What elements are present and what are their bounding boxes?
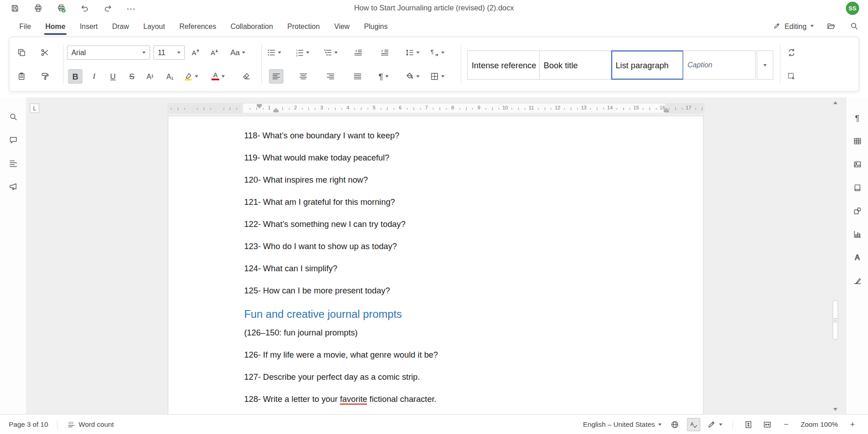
font-size-select[interactable]: 11 bbox=[153, 45, 185, 60]
paste-button[interactable] bbox=[14, 69, 29, 84]
increase-indent-button[interactable] bbox=[377, 45, 392, 60]
decrease-font-size-button[interactable]: A bbox=[207, 45, 222, 60]
chart-settings-button[interactable] bbox=[850, 227, 864, 241]
menu-tab-layout[interactable]: Layout bbox=[136, 18, 172, 35]
numbering-dropdown[interactable]: 123 bbox=[293, 45, 312, 60]
document-paragraph[interactable]: (126–150: fun journal prompts) bbox=[244, 328, 664, 338]
select-all-button[interactable] bbox=[784, 69, 799, 84]
document-page[interactable]: 118- What’s one boundary I want to keep?… bbox=[168, 116, 703, 414]
increase-font-size-button[interactable]: A bbox=[188, 45, 203, 60]
zoom-in-button[interactable]: + bbox=[846, 418, 859, 431]
text-direction-dropdown[interactable]: ¶ bbox=[428, 45, 447, 60]
feedback-button[interactable] bbox=[6, 179, 20, 194]
find-button[interactable] bbox=[6, 109, 20, 124]
save-button[interactable] bbox=[9, 2, 21, 14]
document-paragraph[interactable]: 123- Who do I want to show up as today? bbox=[244, 241, 664, 252]
table-settings-button[interactable] bbox=[850, 134, 864, 148]
align-justify-button[interactable] bbox=[350, 69, 365, 84]
shape-settings-button[interactable] bbox=[850, 204, 864, 218]
document-paragraph[interactable]: 122- What’s something new I can try toda… bbox=[244, 219, 664, 230]
set-document-language-button[interactable] bbox=[668, 418, 681, 431]
document-paragraph[interactable]: 124- What can I simplify? bbox=[244, 264, 664, 274]
vertical-scrollbar[interactable] bbox=[831, 99, 839, 413]
menu-tab-view[interactable]: View bbox=[327, 18, 357, 35]
spell-checking-toggle[interactable]: A bbox=[687, 418, 700, 431]
quick-print-button[interactable] bbox=[55, 2, 67, 14]
word-count-button[interactable]: 123 Word count bbox=[66, 418, 115, 431]
superscript-button[interactable]: A¹ bbox=[143, 69, 157, 84]
undo-button[interactable] bbox=[79, 2, 91, 14]
replace-button[interactable] bbox=[784, 45, 799, 60]
zoom-level[interactable]: Zoom 100% bbox=[798, 420, 840, 428]
style-caption[interactable]: Caption bbox=[683, 50, 755, 80]
document-paragraph[interactable]: 118- What’s one boundary I want to keep? bbox=[244, 131, 664, 141]
scroll-down-button[interactable] bbox=[831, 405, 839, 413]
comments-button[interactable] bbox=[6, 133, 20, 147]
font-name-select[interactable]: Arial bbox=[67, 45, 150, 60]
customize-quick-access-button[interactable]: ⋯ bbox=[125, 2, 137, 14]
copy-button[interactable] bbox=[14, 45, 29, 60]
copy-style-button[interactable] bbox=[38, 69, 52, 84]
align-center-button[interactable] bbox=[296, 69, 311, 84]
line-spacing-dropdown[interactable] bbox=[403, 45, 422, 60]
menu-tab-references[interactable]: References bbox=[172, 18, 223, 35]
paragraph-settings-button[interactable]: ¶ bbox=[850, 111, 864, 125]
style-list-paragraph[interactable]: List paragraph bbox=[611, 50, 684, 80]
document-heading[interactable]: Fun and creative journal prompts bbox=[244, 308, 664, 321]
style-intense-reference[interactable]: Intense reference bbox=[467, 50, 539, 80]
menu-tab-home[interactable]: Home bbox=[38, 18, 72, 35]
clear-style-button[interactable] bbox=[239, 69, 254, 84]
style-book-title[interactable]: Book title bbox=[539, 50, 612, 80]
align-left-button[interactable] bbox=[269, 69, 283, 84]
fit-to-width-button[interactable] bbox=[760, 418, 774, 431]
document-paragraph[interactable]: 128- Write a letter to your favorite fic… bbox=[244, 394, 664, 405]
header-footer-settings-button[interactable] bbox=[850, 180, 864, 195]
language-selector[interactable]: English – United States bbox=[582, 418, 663, 431]
document-paragraph[interactable]: 119- What would make today peaceful? bbox=[244, 153, 664, 163]
decrease-indent-button[interactable] bbox=[351, 45, 365, 60]
fit-to-page-button[interactable] bbox=[742, 418, 755, 431]
align-right-button[interactable] bbox=[323, 69, 338, 84]
open-file-location-button[interactable] bbox=[825, 20, 837, 32]
editing-mode-button[interactable]: Editing bbox=[773, 22, 814, 30]
scroll-up-button[interactable] bbox=[831, 99, 839, 106]
cut-button[interactable] bbox=[38, 45, 52, 60]
print-button[interactable] bbox=[32, 2, 44, 14]
menu-tab-draw[interactable]: Draw bbox=[105, 18, 136, 35]
styles-gallery-expand-button[interactable] bbox=[757, 50, 774, 80]
tab-stop-selector[interactable]: L bbox=[30, 104, 39, 113]
redo-button[interactable] bbox=[102, 2, 114, 14]
font-color-dropdown[interactable]: A bbox=[209, 69, 227, 84]
document-paragraph[interactable]: 126- If my life were a movie, what genre… bbox=[244, 350, 664, 360]
document-paragraph[interactable]: 120- What inspires me right now? bbox=[244, 175, 664, 185]
signature-settings-button[interactable] bbox=[850, 274, 864, 288]
menu-tab-insert[interactable]: Insert bbox=[73, 18, 105, 35]
subscript-button[interactable]: A₁ bbox=[163, 69, 177, 84]
nonprinting-characters-dropdown[interactable]: ¶ bbox=[377, 69, 391, 84]
track-changes-toggle[interactable] bbox=[706, 418, 723, 431]
menu-tab-protection[interactable]: Protection bbox=[280, 18, 327, 35]
menu-tab-file[interactable]: File bbox=[12, 18, 38, 35]
strikethrough-button[interactable]: S bbox=[125, 69, 139, 84]
highlight-color-dropdown[interactable] bbox=[182, 69, 201, 84]
menu-tab-collaboration[interactable]: Collaboration bbox=[223, 18, 280, 35]
shading-dropdown[interactable] bbox=[403, 69, 422, 84]
underline-button[interactable]: U bbox=[106, 69, 120, 84]
change-case-dropdown[interactable]: Aa bbox=[228, 45, 247, 60]
italic-button[interactable]: I bbox=[87, 69, 101, 84]
document-paragraph[interactable]: 121- What am I grateful for this morning… bbox=[244, 197, 664, 208]
search-button[interactable] bbox=[848, 20, 860, 32]
document-paragraph[interactable]: 125- How can I be more present today? bbox=[244, 286, 664, 296]
image-settings-button[interactable] bbox=[850, 157, 864, 172]
misspelled-word[interactable]: favorite bbox=[340, 394, 367, 405]
borders-dropdown[interactable] bbox=[428, 69, 447, 84]
bullets-dropdown[interactable] bbox=[264, 45, 283, 60]
scrollbar-thumb[interactable] bbox=[833, 300, 838, 340]
bold-button[interactable]: B bbox=[68, 69, 83, 84]
zoom-out-button[interactable]: − bbox=[779, 418, 793, 431]
user-avatar[interactable]: SS bbox=[846, 2, 859, 15]
text-art-settings-button[interactable]: A bbox=[850, 250, 864, 264]
navigation-button[interactable] bbox=[6, 156, 20, 170]
horizontal-ruler[interactable]: 1234567891011121314151617 bbox=[168, 103, 705, 113]
page-indicator[interactable]: Page 3 of 10 bbox=[9, 420, 48, 428]
